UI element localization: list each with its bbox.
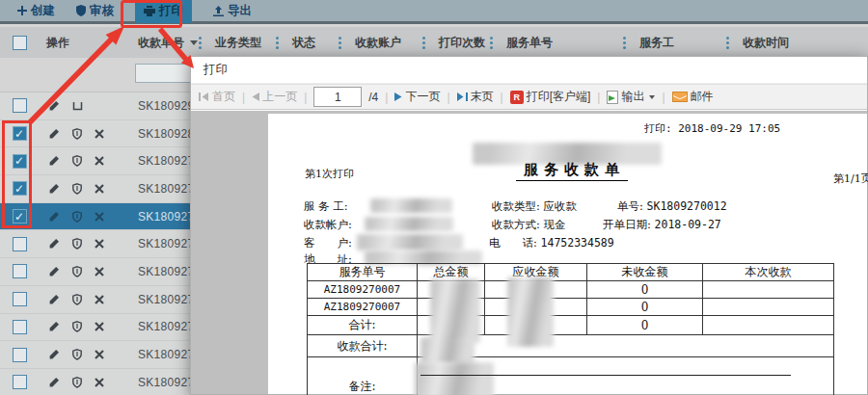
column-header-service-order-no[interactable]: 服务单号 (499, 27, 632, 58)
edit-icon[interactable] (48, 266, 60, 277)
print-button[interactable]: 打印 (135, 0, 192, 23)
audit-shield-icon[interactable] (72, 155, 82, 167)
doc-customer-redacted (357, 234, 463, 250)
delete-icon[interactable] (95, 350, 104, 359)
column-menu-icon[interactable] (490, 37, 493, 40)
delete-icon[interactable] (95, 184, 104, 194)
column-header-operation[interactable]: 操作 (39, 27, 130, 58)
audit-shield-icon[interactable] (72, 183, 82, 195)
edit-icon[interactable] (48, 211, 60, 223)
column-menu-icon[interactable] (623, 37, 626, 40)
edit-icon[interactable] (48, 238, 60, 250)
edit-icon[interactable] (48, 321, 60, 332)
row-checkbox[interactable] (13, 237, 27, 251)
page-number-input[interactable] (313, 87, 362, 107)
delete-icon[interactable] (95, 212, 104, 222)
edit-icon[interactable] (48, 349, 60, 360)
doc-phone-label: 电 话: (489, 236, 537, 250)
column-menu-icon[interactable] (422, 37, 425, 40)
doc-service-worker-redacted (370, 198, 452, 213)
audit-shield-icon[interactable] (72, 266, 82, 277)
prev-page-icon (252, 92, 259, 101)
column-menu-icon[interactable] (339, 37, 341, 40)
edit-icon[interactable] (48, 294, 60, 305)
column-header-service-worker[interactable]: 服务工 (632, 27, 735, 58)
column-header-receipt-account[interactable]: 收款账户 (347, 27, 431, 58)
doc-printed-at: 打印: 2018-09-29 17:05 (644, 121, 780, 136)
row-checkbox[interactable] (13, 264, 27, 278)
doc-receipt-total-label: 收款合计: (308, 335, 418, 357)
column-menu-icon[interactable] (199, 37, 202, 40)
output-button[interactable]: 输出 (607, 89, 655, 105)
doc-order-no-label: 单号: (617, 199, 643, 213)
upload-icon (213, 6, 224, 16)
doc-print-count: 第1次打印 (305, 167, 354, 181)
create-button-label: 创建 (31, 3, 55, 19)
row-checkbox[interactable] (13, 320, 27, 334)
audit-shield-icon[interactable] (72, 211, 82, 223)
doc-due-amount-redacted (507, 277, 554, 347)
next-page-button[interactable]: 下一页 (394, 89, 440, 105)
print-dialog: 打印 首页 | 上一页 | /4 | 下一页 | 末页 (190, 56, 868, 395)
doc-service-no-cell: AZ1809270007 (308, 299, 418, 316)
audit-shield-icon[interactable] (72, 128, 82, 140)
doc-total-label: 合计: (308, 316, 418, 335)
screen: 创建 审核 打印 导出 操作 收款单号 业务类型 (0, 0, 868, 395)
box-icon[interactable] (72, 101, 83, 111)
doc-table-row: AZ18092700070 (308, 299, 834, 316)
audit-shield-icon[interactable] (72, 294, 82, 305)
edit-icon[interactable] (48, 155, 60, 167)
column-header-print-count[interactable]: 打印次数 (431, 27, 499, 58)
row-checkbox[interactable] (13, 348, 27, 362)
delete-icon[interactable] (95, 322, 104, 331)
audit-shield-icon[interactable] (72, 349, 82, 360)
edit-icon[interactable] (48, 377, 60, 388)
audit-button[interactable]: 审核 (76, 3, 114, 19)
row-checkbox[interactable] (13, 181, 27, 196)
edit-icon[interactable] (48, 100, 60, 112)
doc-receipt-total-redacted (420, 337, 475, 364)
export-button[interactable]: 导出 (213, 3, 252, 19)
page-total-label: /4 (368, 91, 378, 104)
doc-table-header-cell: 未收金额 (587, 264, 703, 281)
column-header-status[interactable]: 状态 (285, 27, 347, 58)
doc-customer-label: 客 户: (304, 236, 352, 250)
edit-icon[interactable] (48, 183, 60, 195)
first-page-button[interactable]: 首页 (199, 89, 235, 105)
delete-icon[interactable] (95, 239, 104, 249)
edit-icon[interactable] (48, 128, 60, 140)
doc-unpaid-cell: 0 (587, 281, 703, 299)
create-button[interactable]: 创建 (17, 3, 55, 19)
doc-amount-redacted (430, 279, 480, 343)
delete-icon[interactable] (95, 267, 104, 276)
doc-table-header-row: 服务单号总金额应收金额未收金额本次收款 (308, 264, 834, 281)
column-header-receipt-time[interactable]: 收款时间 (735, 27, 868, 58)
column-header-business-type[interactable]: 业务类型 (207, 27, 285, 58)
row-checkbox[interactable] (13, 292, 27, 306)
row-checkbox[interactable] (13, 126, 27, 141)
doc-total-unpaid: 0 (587, 316, 703, 335)
row-checkbox[interactable] (13, 98, 27, 113)
delete-icon[interactable] (95, 129, 104, 139)
prev-page-button[interactable]: 上一页 (252, 89, 297, 105)
pagination-bar: 首页 | 上一页 | /4 | 下一页 | 末页 | R 打印[客户 (191, 84, 867, 110)
audit-shield-icon[interactable] (72, 377, 82, 388)
delete-icon[interactable] (95, 378, 104, 387)
audit-shield-icon[interactable] (72, 238, 82, 250)
print-client-button[interactable]: R 打印[客户端] (510, 89, 591, 105)
receipt-no-filter-input[interactable] (135, 64, 191, 83)
select-all-checkbox[interactable] (13, 36, 27, 50)
delete-icon[interactable] (95, 295, 104, 304)
delete-icon[interactable] (95, 156, 104, 166)
row-checkbox[interactable] (13, 209, 27, 224)
dropdown-caret-icon (649, 95, 655, 99)
audit-shield-icon[interactable] (72, 321, 82, 332)
row-checkbox[interactable] (13, 375, 27, 389)
column-menu-icon[interactable] (726, 37, 729, 40)
column-header-receipt-no[interactable]: 收款单号 (130, 27, 207, 58)
row-checkbox[interactable] (13, 154, 27, 169)
mail-button[interactable]: 邮件 (672, 89, 714, 105)
last-page-button[interactable]: 末页 (457, 89, 494, 105)
doc-table-header-cell: 总金额 (418, 264, 485, 281)
column-menu-icon[interactable] (276, 37, 279, 40)
